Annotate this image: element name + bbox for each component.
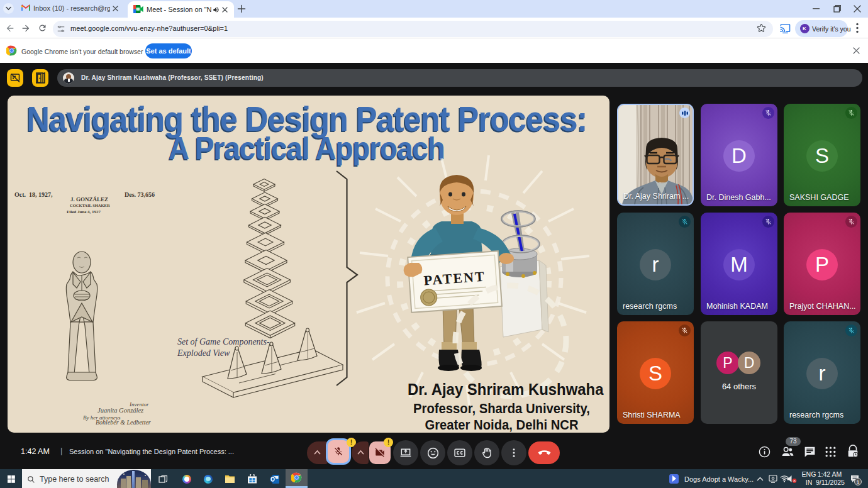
svg-text:Oct. 18, 1927,: Oct. 18, 1927, xyxy=(14,191,53,198)
svg-text:COCKTAIL SHAKER: COCKTAIL SHAKER xyxy=(70,203,110,208)
svg-text:Des. 73,656: Des. 73,656 xyxy=(125,191,155,198)
svg-text:J. GONZÁLEZ: J. GONZÁLEZ xyxy=(70,196,108,202)
svg-text:Set of Game Components-: Set of Game Components- xyxy=(177,337,270,347)
svg-text:Juanita González: Juanita González xyxy=(97,407,143,414)
svg-text:Exploded View: Exploded View xyxy=(177,348,230,358)
svg-text:Filed June 4, 1927: Filed June 4, 1927 xyxy=(67,209,101,214)
svg-text:Bohleber & Ledbetter: Bohleber & Ledbetter xyxy=(96,419,151,426)
